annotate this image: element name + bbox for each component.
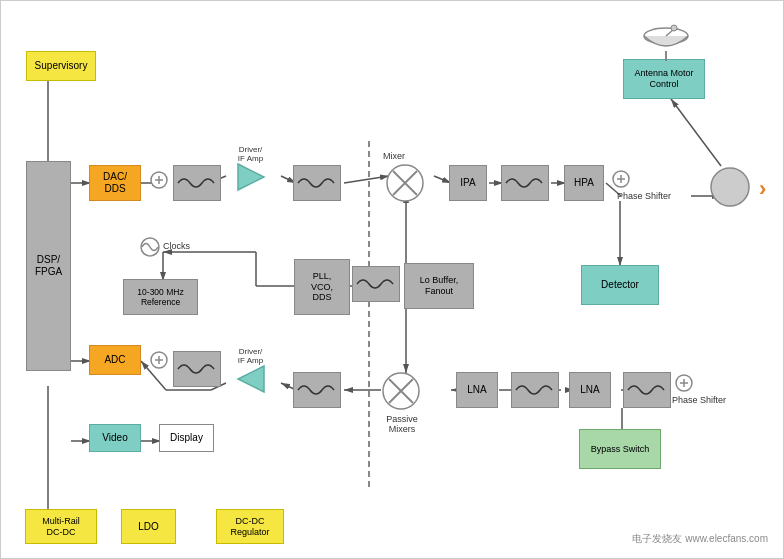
svg-line-14	[671, 99, 721, 166]
adc-label: ADC	[104, 354, 125, 366]
dac-dds-block: DAC/ DDS	[89, 165, 141, 201]
dac-dds-label: DAC/ DDS	[103, 171, 127, 195]
hpa-label: HPA	[574, 177, 594, 189]
filter-lo-symbol	[355, 274, 397, 294]
phase-element-tx	[149, 170, 169, 190]
bypass-switch-block: Bypass Switch	[579, 429, 661, 469]
filter-rx-dsp-symbol	[176, 359, 218, 379]
lna2-label: LNA	[580, 384, 599, 396]
detector-block: Detector	[581, 265, 659, 305]
hpa-block: HPA	[564, 165, 604, 201]
lo-buffer-label: Lo Buffer, Fanout	[420, 275, 458, 297]
filter-tx3-symbol	[504, 173, 546, 193]
antenna-motor-block: Antenna Motor Control	[623, 59, 705, 99]
phase-element-rx	[149, 350, 169, 370]
dsp-fpga-label: DSP/ FPGA	[35, 254, 62, 278]
dcdc-regulator-label: DC-DC Regulator	[230, 516, 269, 538]
amp-triangle-tx	[236, 162, 266, 192]
supervisory-block: Supervisory	[26, 51, 96, 81]
filter-rx-dsp	[173, 351, 221, 387]
driver-if-amp-rx-label: Driver/IF Amp	[223, 347, 278, 365]
antenna-motor-label: Antenna Motor Control	[634, 68, 693, 90]
dcdc-regulator-block: DC-DC Regulator	[216, 509, 284, 544]
clocks-label: Clocks	[163, 241, 190, 251]
bypass-switch-label: Bypass Switch	[591, 444, 650, 455]
pll-vco-dds-label: PLL, VCO, DDS	[311, 271, 333, 303]
video-label: Video	[102, 432, 127, 444]
phase-shifter-tx-label: Phase Shifter	[608, 191, 680, 201]
filter-tx1	[173, 165, 221, 201]
antenna-dish	[636, 21, 696, 61]
chevron-right-icon: ›	[759, 176, 766, 202]
phase-shifter-tx-symbol	[611, 169, 631, 189]
ipa-label: IPA	[460, 177, 475, 189]
diagram-area: Supervisory DSP/ FPGA DAC/ DDS	[11, 11, 773, 548]
filter-lo	[352, 266, 400, 302]
dsp-fpga-block: DSP/ FPGA	[26, 161, 71, 371]
lo-buffer-fanout-block: Lo Buffer, Fanout	[404, 263, 474, 309]
lna2-block: LNA	[569, 372, 611, 408]
svg-point-54	[671, 25, 677, 31]
filter-tx2	[293, 165, 341, 201]
ldo-block: LDO	[121, 509, 176, 544]
detector-label: Detector	[601, 279, 639, 291]
multirail-dcdc-label: Multi-Rail DC-DC	[42, 516, 80, 538]
phase-shifter-rx-symbol	[674, 373, 694, 393]
multirail-dcdc-block: Multi-Rail DC-DC	[25, 509, 97, 544]
svg-marker-60	[238, 366, 264, 392]
watermark: 电子发烧友 www.elecfans.com	[632, 532, 768, 546]
supervisory-label: Supervisory	[35, 60, 88, 72]
filter-tx3	[501, 165, 549, 201]
ipa-block: IPA	[449, 165, 487, 201]
lna1-block: LNA	[456, 372, 498, 408]
mixer-tx-label: Mixer	[383, 151, 405, 161]
adc-block: ADC	[89, 345, 141, 375]
mixer-tx	[385, 163, 425, 203]
driver-if-amp-rx: Driver/IF Amp	[223, 361, 278, 396]
filter-rx1-symbol	[296, 380, 338, 400]
clocks-symbol	[139, 236, 161, 258]
ldo-label: LDO	[138, 521, 159, 533]
filter-rx3-symbol	[626, 380, 668, 400]
filter-rx2-symbol	[514, 380, 556, 400]
driver-if-amp-tx: Driver/IF Amp	[223, 159, 278, 194]
antenna-output-circle	[709, 166, 751, 208]
svg-point-55	[711, 168, 749, 206]
main-container: Supervisory DSP/ FPGA DAC/ DDS	[0, 0, 784, 559]
amp-triangle-rx	[236, 364, 266, 394]
filter-rx2	[511, 372, 559, 408]
phase-shifter-rx-label: Phase Shifter	[663, 395, 735, 405]
display-block: Display	[159, 424, 214, 452]
video-block: Video	[89, 424, 141, 452]
lna1-label: LNA	[467, 384, 486, 396]
ref-10-300-label: 10-300 MHz Reference	[137, 287, 183, 307]
svg-marker-43	[238, 164, 264, 190]
pll-vco-dds-block: PLL, VCO, DDS	[294, 259, 350, 315]
display-label: Display	[170, 432, 203, 444]
filter-tx2-symbol	[296, 173, 338, 193]
filter-tx1-symbol	[176, 173, 218, 193]
ref-10-300-block: 10-300 MHz Reference	[123, 279, 198, 315]
svg-line-8	[344, 176, 389, 183]
driver-if-amp-tx-label: Driver/IF Amp	[223, 145, 278, 163]
filter-rx1	[293, 372, 341, 408]
passive-mixers-symbol	[381, 371, 421, 411]
passive-mixers-label: Passive Mixers	[373, 414, 431, 434]
